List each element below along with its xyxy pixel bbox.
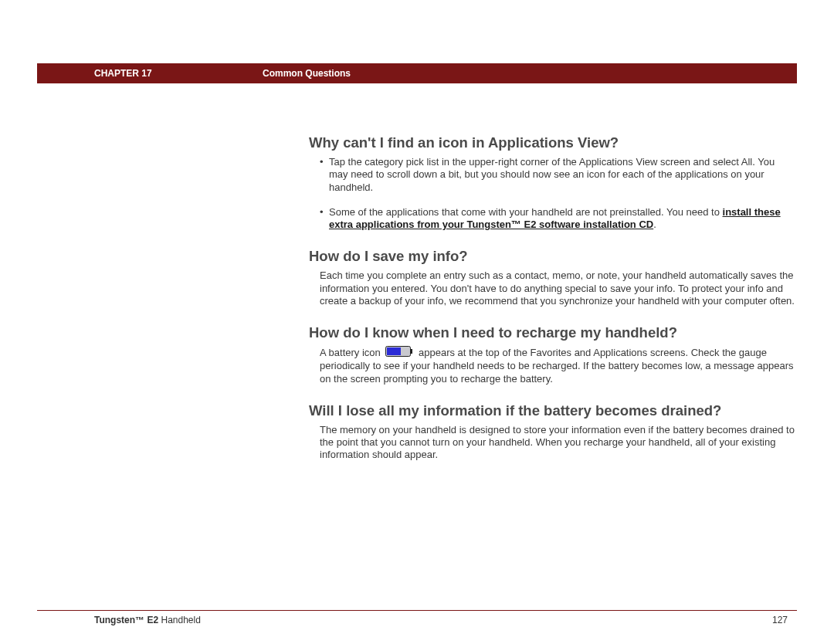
page-content: Why can't I find an icon in Applications… (309, 124, 795, 465)
q3-text-a: A battery icon (320, 347, 383, 358)
question-4-heading: Will I lose all my information if the ba… (309, 402, 795, 419)
question-3-body: A battery icon appears at the top of the… (320, 346, 795, 385)
q1-bullet-2: Some of the applications that come with … (320, 206, 795, 232)
question-2-heading: How do I save my info? (309, 248, 795, 265)
svg-rect-1 (410, 349, 412, 354)
footer-product-bold: Tungsten™ E2 (94, 615, 158, 625)
question-2-body: Each time you complete an entry such as … (320, 269, 795, 307)
question-4-body: The memory on your handheld is designed … (320, 424, 795, 462)
page-number: 127 (772, 615, 797, 625)
q1-bullet-1: Tap the category pick list in the upper-… (320, 156, 795, 194)
svg-rect-2 (387, 347, 401, 355)
battery-icon (385, 346, 413, 360)
page-header: CHAPTER 17 Common Questions (37, 63, 797, 83)
question-1-heading: Why can't I find an icon in Applications… (309, 134, 795, 151)
chapter-title: Common Questions (263, 68, 351, 79)
chapter-label: CHAPTER 17 (37, 68, 263, 79)
footer-product-rest: Handheld (158, 615, 201, 625)
footer-product: Tungsten™ E2 Handheld (37, 615, 201, 625)
page-footer: Tungsten™ E2 Handheld 127 (37, 610, 797, 625)
question-1-list: Tap the category pick list in the upper-… (320, 156, 795, 231)
q1-bullet-2-end: . (653, 219, 656, 230)
question-3-heading: How do I know when I need to recharge my… (309, 324, 795, 341)
q1-bullet-2-text: Some of the applications that come with … (329, 206, 723, 218)
